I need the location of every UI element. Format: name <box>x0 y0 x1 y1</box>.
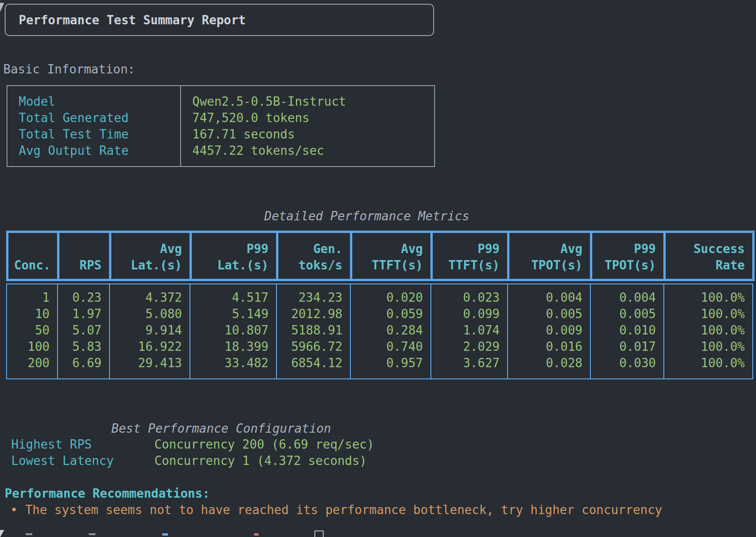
column-header: Avg TTFT(s) <box>352 233 430 279</box>
glyph-fragment <box>0 530 4 537</box>
column-header-line: Avg <box>509 241 582 257</box>
metrics-column: 0.0200.0590.2840.7400.957 <box>350 284 430 378</box>
column-header-line: TTFT(s) <box>352 257 423 274</box>
column-header-line: TPOT(s) <box>509 257 582 274</box>
metrics-column: 11050100200 <box>7 284 57 378</box>
best-config-title: Best Performance Configuration <box>111 421 331 437</box>
metric-cell: 5.07 <box>58 322 109 339</box>
info-value: Qwen2.5-0.5B-Instruct <box>192 94 434 110</box>
column-header: RPS <box>59 233 109 279</box>
column-header-line: Success <box>666 241 745 257</box>
column-header-line: Rate <box>666 257 745 274</box>
column-header: P99 TTFT(s) <box>433 233 507 279</box>
column-header-line: Conc. <box>14 257 57 274</box>
best-config-value: Concurrency 1 (4.372 seconds) <box>154 453 367 469</box>
metric-cell: 16.922 <box>110 339 189 355</box>
metrics-column: 100.0%100.0%100.0%100.0%100.0% <box>663 284 752 378</box>
best-config-label: Highest RPS <box>11 436 154 453</box>
clipped-next-line <box>0 529 756 537</box>
column-header-line: P99 <box>433 241 500 257</box>
metric-cell: 100.0% <box>664 322 752 339</box>
recommendations-heading: Performance Recommendations: <box>5 486 210 502</box>
info-value: 167.71 seconds <box>192 126 434 143</box>
info-value: 4457.22 tokens/sec <box>192 143 434 159</box>
glyph-fragment <box>254 533 259 536</box>
metrics-column: 4.3725.0809.91416.92229.413 <box>109 284 189 378</box>
column-header-line: Avg <box>111 241 182 257</box>
metric-cell: 0.005 <box>508 306 590 322</box>
column-header: Gen. toks/s <box>278 233 350 279</box>
metric-cell: 5.080 <box>110 306 189 322</box>
metric-cell: 0.004 <box>591 290 663 306</box>
column-header-line: Lat.(s) <box>192 257 269 274</box>
basic-info-labels: Model Total Generated Total Test Time Av… <box>7 86 181 166</box>
best-config-rows: Highest RPS Concurrency 200 (6.69 req/se… <box>11 436 374 469</box>
metric-cell: 5188.91 <box>277 322 350 339</box>
basic-info-panel: Model Total Generated Total Test Time Av… <box>7 85 435 167</box>
metric-cell: 2.029 <box>431 339 507 355</box>
metric-cell: 5.83 <box>58 339 109 355</box>
metric-cell: 4.517 <box>190 290 276 306</box>
metric-cell: 0.059 <box>351 306 430 322</box>
column-header-line: TPOT(s) <box>592 257 656 274</box>
metric-cell: 0.284 <box>351 322 430 339</box>
info-label: Total Generated <box>19 110 180 126</box>
metrics-column: 0.0040.0050.0100.0170.030 <box>590 284 663 378</box>
metric-cell: 200 <box>7 355 57 371</box>
column-header: P99 Lat.(s) <box>192 233 276 279</box>
best-config-value: Concurrency 200 (6.69 req/sec) <box>154 436 374 453</box>
column-header-line: P99 <box>592 241 656 257</box>
metric-cell: 10 <box>7 306 57 322</box>
column-header: Avg Lat.(s) <box>111 233 189 279</box>
metric-cell: 100.0% <box>664 355 752 371</box>
best-config-row: Lowest Latency Concurrency 1 (4.372 seco… <box>11 453 374 469</box>
report-title-panel: Performance Test Summary Report <box>5 4 434 36</box>
metric-cell: 4.372 <box>110 290 189 306</box>
metric-cell: 0.028 <box>508 355 590 371</box>
metric-cell: 0.740 <box>351 339 430 355</box>
recommendation-text: The system seems not to have reached its… <box>25 502 662 518</box>
basic-info-values: Qwen2.5-0.5B-Instruct 747,520.0 tokens 1… <box>181 86 434 166</box>
metrics-table-header: Conc. RPS Avg Lat.(s) P99 Lat.(s) Gen. t… <box>6 231 755 281</box>
recommendation-item: • The system seems not to have reached i… <box>10 502 662 518</box>
info-label: Model <box>19 94 180 110</box>
column-header-line: RPS <box>59 257 102 274</box>
info-label: Total Test Time <box>19 126 180 143</box>
missing-glyph-box <box>314 530 324 537</box>
metric-cell: 0.957 <box>351 355 430 371</box>
metric-cell: 10.807 <box>190 322 276 339</box>
column-header: Conc. <box>8 233 57 279</box>
column-header-line: P99 <box>192 241 269 257</box>
metric-cell: 100.0% <box>664 306 752 322</box>
info-label: Avg Output Rate <box>19 143 180 159</box>
metrics-column: 234.232012.985188.915966.726854.12 <box>276 284 350 378</box>
metric-cell: 9.914 <box>110 322 189 339</box>
metrics-column: 4.5175.14910.80718.39933.482 <box>189 284 276 378</box>
metric-cell: 0.017 <box>591 339 663 355</box>
metrics-column: 0.0230.0991.0742.0293.627 <box>430 284 507 378</box>
metric-cell: 3.627 <box>431 355 507 371</box>
metric-cell: 0.020 <box>351 290 430 306</box>
basic-info-heading: Basic Information: <box>3 61 135 78</box>
metric-cell: 0.009 <box>508 322 590 339</box>
column-header-line: Gen. <box>278 241 342 257</box>
metric-cell: 33.482 <box>190 355 276 371</box>
column-header-line: toks/s <box>278 257 342 274</box>
metric-cell: 29.413 <box>110 355 189 371</box>
metric-cell: 0.023 <box>431 290 507 306</box>
metrics-column: 0.231.975.075.836.69 <box>57 284 109 378</box>
column-header: Success Rate <box>666 233 752 279</box>
metric-cell: 0.099 <box>431 306 507 322</box>
glyph-fragment <box>89 533 95 535</box>
metric-cell: 1 <box>7 290 57 306</box>
metrics-table-title: Detailed Performance Metrics <box>264 208 469 225</box>
metric-cell: 6854.12 <box>277 355 350 371</box>
metrics-table-body: 110501002000.231.975.075.836.694.3725.08… <box>6 283 753 379</box>
column-header: Avg TPOT(s) <box>509 233 590 279</box>
metric-cell: 100.0% <box>664 290 752 306</box>
metric-cell: 0.010 <box>591 322 663 339</box>
column-header-line: Avg <box>352 241 423 257</box>
column-header: P99 TPOT(s) <box>592 233 663 279</box>
metric-cell: 100.0% <box>664 339 752 355</box>
metric-cell: 2012.98 <box>277 306 350 322</box>
